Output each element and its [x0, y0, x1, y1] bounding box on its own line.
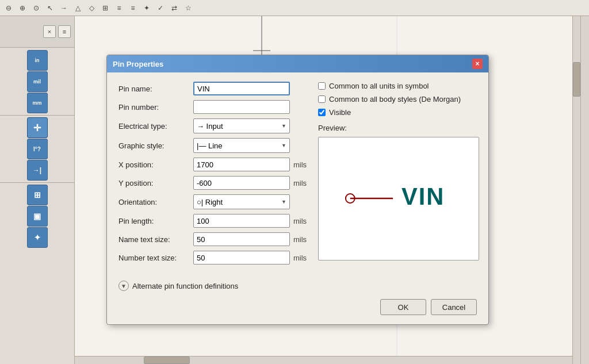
cursor-icon[interactable]: ↖	[44, 2, 56, 14]
x-position-row: X position: mils	[118, 158, 307, 171]
name-text-size-input[interactable]	[193, 232, 290, 246]
ok-button[interactable]: OK	[380, 299, 426, 315]
right-column: Common to all units in symbol Common to …	[318, 82, 479, 269]
list2-icon[interactable]: ≡	[127, 2, 139, 14]
arrow-icon[interactable]: →	[58, 2, 70, 14]
graphic-style-row: Graphic style: |— Line Inverted	[118, 138, 307, 153]
horizontal-scrollbar-thumb[interactable]	[144, 357, 190, 364]
zoom-out-icon[interactable]: ⊖	[2, 2, 15, 14]
pin-number-input[interactable]	[193, 100, 290, 114]
common-body-checkbox[interactable]	[318, 95, 326, 103]
pin-number-label: Pin number:	[118, 103, 193, 112]
units-in-button[interactable]: in	[27, 50, 48, 71]
top-toolbar: ⊖ ⊕ ⊙ ↖ → △ ◇ ⊞ ≡ ≡ ✦ ✓ ⇄ ☆	[0, 0, 589, 16]
number-text-size-row: Number text size: mils	[118, 251, 307, 265]
dialog-buttons: OK Cancel	[118, 299, 477, 315]
visible-row: Visible	[318, 108, 479, 117]
orientation-select-wrapper: ○| Right Left Up Down	[193, 194, 290, 209]
common-units-label[interactable]: Common to all units in symbol	[329, 82, 429, 90]
diamond-icon[interactable]: ◇	[85, 2, 98, 14]
pin-name-label: Pin name:	[118, 85, 193, 93]
dialog-title: Pin Properties	[113, 60, 163, 68]
units-mm-button[interactable]: mm	[27, 93, 48, 113]
units-mm-label: mm	[32, 100, 41, 106]
y-position-input[interactable]	[193, 176, 290, 190]
star-icon[interactable]: ✦	[140, 2, 153, 14]
alternate-pin-label: Alternate pin function definitions	[132, 282, 238, 290]
electrical-type-row: Electrical type: → Input Output Bidirect…	[118, 118, 307, 133]
common-body-row: Common to all body styles (De Morgan)	[318, 95, 479, 104]
sidebar-close-button[interactable]: ×	[43, 25, 56, 38]
name-text-size-row: Name text size: mils	[118, 232, 307, 246]
electrical-type-select[interactable]: → Input Output Bidirectional	[193, 118, 290, 133]
dialog-close-button[interactable]: ×	[472, 59, 483, 69]
component-tool-button[interactable]: ▣	[27, 206, 48, 227]
number-text-size-label: Number text size:	[118, 254, 193, 262]
triangle-icon[interactable]: △	[71, 2, 84, 14]
vertical-scrollbar[interactable]	[572, 16, 580, 364]
list1-icon[interactable]: ≡	[113, 2, 125, 14]
graphic-style-select[interactable]: |— Line Inverted	[193, 138, 290, 153]
x-position-input[interactable]	[193, 158, 290, 171]
units-mil-label: mil	[33, 79, 41, 85]
pin-length-row: Pin length: mils	[118, 214, 307, 228]
number-text-size-unit: mils	[293, 254, 307, 262]
graphic-style-label: Graphic style:	[118, 141, 193, 150]
sidebar-header: × ≡	[0, 16, 74, 48]
vertical-tools: in mil mm ✛ I°? →| ⊞ ▣ ✦	[0, 48, 74, 364]
visible-label[interactable]: Visible	[329, 108, 351, 117]
swap-icon[interactable]: ⇄	[168, 2, 181, 14]
pin-name-row: Pin name:	[118, 82, 307, 95]
dialog-body: Pin name: Pin number: Electrical type: →…	[107, 72, 488, 281]
pin-length-unit: mils	[293, 217, 307, 225]
dialog-titlebar: Pin Properties ×	[107, 55, 488, 72]
preview-svg: VIN	[319, 137, 479, 260]
zoom-fit-icon[interactable]: ⊙	[30, 2, 43, 14]
preview-label: Preview:	[318, 124, 479, 132]
common-body-label[interactable]: Common to all body styles (De Morgan)	[329, 95, 461, 104]
orientation-row: Orientation: ○| Right Left Up Down	[118, 194, 307, 209]
y-position-unit: mils	[293, 179, 307, 187]
units-in-label: in	[35, 58, 40, 63]
electrical-type-label: Electrical type:	[118, 122, 193, 131]
name-text-size-unit: mils	[293, 235, 307, 244]
orientation-select[interactable]: ○| Right Left Up Down	[193, 194, 290, 209]
grid-tool-button[interactable]: ⊞	[27, 185, 48, 205]
x-position-unit: mils	[293, 160, 307, 169]
horizontal-scrollbar[interactable]	[75, 356, 572, 364]
pin-add-icon[interactable]: ☆	[182, 2, 194, 14]
graphic-style-select-wrapper: |— Line Inverted	[193, 138, 290, 153]
svg-text:VIN: VIN	[401, 183, 445, 210]
settings-tool-button[interactable]: ✦	[27, 227, 48, 248]
x-position-label: X position:	[118, 160, 193, 169]
io-tool-button[interactable]: I°?	[27, 139, 48, 159]
alternate-pin-expand-button[interactable]: ▼	[118, 281, 129, 291]
common-units-checkbox[interactable]	[318, 82, 326, 90]
orientation-label: Orientation:	[118, 198, 193, 206]
units-mil-button[interactable]: mil	[27, 71, 48, 92]
right-panel	[580, 16, 589, 364]
zoom-in-icon[interactable]: ⊕	[16, 2, 29, 14]
electrical-type-select-wrapper: → Input Output Bidirectional	[193, 118, 290, 133]
pin-properties-dialog: Pin Properties × Pin name: Pin number: E…	[106, 55, 489, 325]
visible-checkbox[interactable]	[318, 109, 326, 116]
pin-length-input[interactable]	[193, 214, 290, 228]
preview-box: VIN	[318, 137, 479, 260]
pin-length-label: Pin length:	[118, 217, 193, 225]
left-sidebar: × ≡ in mil mm ✛ I°? →| ⊞ ▣ ✦	[0, 16, 75, 364]
y-position-row: Y position: mils	[118, 176, 307, 190]
pin-number-row: Pin number:	[118, 100, 307, 114]
sidebar-list-button[interactable]: ≡	[58, 25, 71, 38]
number-text-size-input[interactable]	[193, 251, 290, 265]
grid-icon[interactable]: ⊞	[99, 2, 112, 14]
cancel-button[interactable]: Cancel	[431, 299, 477, 315]
y-position-label: Y position:	[118, 179, 193, 187]
check-icon[interactable]: ✓	[154, 2, 167, 14]
pin-tool-button[interactable]: →|	[27, 160, 48, 181]
dialog-bottom: ▼ Alternate pin function definitions OK …	[107, 281, 488, 324]
cursor-tool-button[interactable]: ✛	[27, 117, 48, 138]
vertical-scrollbar-thumb[interactable]	[573, 62, 580, 97]
pin-name-input[interactable]	[193, 82, 290, 95]
common-units-row: Common to all units in symbol	[318, 82, 479, 90]
form-column: Pin name: Pin number: Electrical type: →…	[118, 82, 307, 269]
